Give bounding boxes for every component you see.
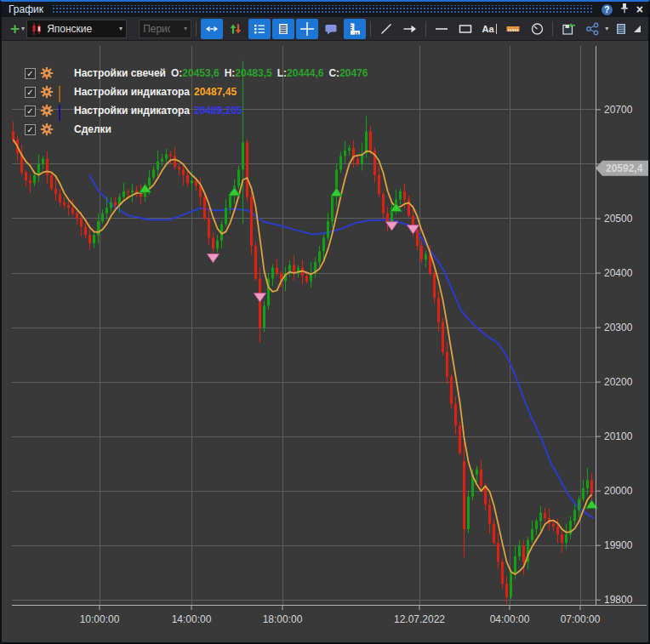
separator bbox=[552, 21, 553, 37]
crosshair-icon bbox=[299, 21, 315, 37]
indicator-slow-label: Настройки индикатора20489,205 bbox=[74, 105, 242, 117]
ma-slow-line bbox=[89, 174, 594, 518]
svg-text:10:00:00: 10:00:00 bbox=[80, 613, 120, 625]
svg-text:20500: 20500 bbox=[604, 213, 633, 225]
chart-type-value: Японские bbox=[47, 23, 115, 35]
candles bbox=[12, 60, 593, 603]
svg-text:20400: 20400 bbox=[604, 267, 633, 279]
share-button[interactable] bbox=[581, 19, 603, 39]
text-tool-icon: Aa bbox=[482, 24, 497, 34]
indicator-fast-label: Настройки индикатора20487,45 bbox=[74, 86, 237, 98]
hline-tool-button[interactable] bbox=[430, 19, 453, 39]
blue-swatch bbox=[59, 105, 60, 121]
bullet-list-icon bbox=[253, 22, 266, 36]
period-select[interactable]: Период ▾ bbox=[139, 20, 191, 38]
svg-text:18:00:00: 18:00:00 bbox=[263, 613, 303, 625]
legend-toggle-button[interactable] bbox=[248, 19, 271, 39]
svg-text:20700: 20700 bbox=[604, 104, 633, 116]
titlebar[interactable]: График ? × bbox=[2, 2, 648, 17]
chart-type-select[interactable]: Японские ▾ bbox=[26, 20, 127, 38]
svg-text:20000: 20000 bbox=[604, 485, 633, 497]
svg-text:20100: 20100 bbox=[604, 430, 633, 442]
legend-row-indicator-fast: ✓ Настройки индикатора20487,45 bbox=[25, 83, 368, 101]
document-icon bbox=[277, 22, 290, 36]
close-icon[interactable]: × bbox=[636, 4, 643, 15]
snapshot-button[interactable] bbox=[557, 19, 579, 39]
gauge-tool-button[interactable] bbox=[526, 19, 548, 39]
svg-text:19800: 19800 bbox=[604, 594, 633, 606]
svg-text:04:00:00: 04:00:00 bbox=[490, 613, 530, 625]
orange-swatch bbox=[59, 86, 60, 102]
legend-row-candles: ✓ Настройки свечейO:20453,6H:20483,5L:20… bbox=[25, 64, 368, 83]
chart-window: График ? × + ▾ Японские ▾ Период ▾ bbox=[0, 0, 650, 644]
separator bbox=[425, 21, 426, 37]
share-chevron-icon[interactable]: ▾ bbox=[605, 25, 608, 32]
rectangle-icon bbox=[458, 22, 473, 36]
sell-marker[interactable] bbox=[208, 254, 220, 263]
text-tool-button[interactable]: Aa bbox=[478, 19, 500, 39]
report-button[interactable] bbox=[610, 19, 632, 39]
fit-width-icon bbox=[205, 22, 219, 36]
separator bbox=[196, 21, 197, 37]
indicator-fast-checkbox[interactable]: ✓ bbox=[25, 87, 36, 98]
window-title: График bbox=[9, 2, 43, 17]
candles-checkbox[interactable]: ✓ bbox=[25, 68, 36, 79]
svg-text:20300: 20300 bbox=[604, 322, 633, 333]
chevron-down-icon: ▾ bbox=[184, 25, 187, 32]
toolbar: + ▾ Японские ▾ Период ▾ bbox=[2, 17, 648, 41]
candles-legend-label: Настройки свечейO:20453,6H:20483,5L:2044… bbox=[74, 67, 368, 79]
gauge-icon bbox=[530, 22, 545, 36]
svg-text:12.07.2022: 12.07.2022 bbox=[394, 613, 445, 625]
trades-legend-label: Сделки bbox=[74, 123, 111, 135]
save-import-icon bbox=[562, 22, 576, 36]
horizontal-line-icon bbox=[434, 22, 449, 36]
ruler-icon bbox=[505, 22, 521, 36]
up-down-arrows-icon bbox=[229, 22, 242, 36]
chevron-down-icon: ▾ bbox=[21, 25, 25, 32]
toolbar-overflow-button[interactable] bbox=[634, 26, 641, 32]
separator bbox=[370, 21, 371, 37]
report-doc-icon bbox=[614, 22, 628, 36]
candlestick-icon bbox=[31, 22, 43, 36]
plus-icon: + bbox=[10, 20, 20, 37]
help-icon[interactable]: ? bbox=[602, 4, 613, 15]
gear-icon[interactable] bbox=[40, 104, 54, 117]
line-icon bbox=[379, 22, 393, 36]
chart-legend: ✓ Настройки свечейO:20453,6H:20483,5L:20… bbox=[25, 64, 368, 139]
add-indicator-button[interactable]: + ▾ bbox=[10, 19, 25, 39]
measure-tool-button[interactable] bbox=[502, 19, 524, 39]
share-icon bbox=[585, 22, 600, 36]
svg-text:07:00:00: 07:00:00 bbox=[561, 613, 601, 625]
gear-icon[interactable] bbox=[40, 85, 54, 99]
trades-checkbox[interactable]: ✓ bbox=[25, 124, 36, 135]
trendline-tool-button[interactable] bbox=[375, 19, 397, 39]
buy-marker[interactable] bbox=[331, 188, 343, 197]
legend-row-indicator-slow: ✓ Настройки индикатора20489,205 bbox=[25, 101, 368, 120]
auto-scale-button[interactable] bbox=[225, 19, 247, 39]
svg-text:14:00:00: 14:00:00 bbox=[172, 613, 212, 625]
price-chart[interactable]: 2070020500204002030020200201002000019900… bbox=[2, 41, 648, 642]
price-marker-tag: 20592,4 bbox=[596, 161, 648, 176]
legend-row-trades: ✓ Сделки bbox=[25, 120, 368, 139]
titlebar-texture bbox=[52, 5, 593, 14]
gear-icon[interactable] bbox=[40, 123, 54, 136]
svg-text:20200: 20200 bbox=[604, 376, 633, 388]
period-value: Период bbox=[143, 23, 170, 35]
crosshair-button[interactable] bbox=[296, 19, 318, 39]
speech-bubble-icon bbox=[324, 22, 338, 36]
arrow-tool-button[interactable] bbox=[399, 19, 421, 39]
gear-icon[interactable] bbox=[40, 66, 54, 80]
data-window-button[interactable] bbox=[272, 19, 294, 39]
arrow-right-icon bbox=[402, 22, 418, 36]
comment-button[interactable] bbox=[320, 19, 342, 39]
ruler-corner-icon bbox=[348, 22, 362, 36]
chevron-down-icon: ▾ bbox=[119, 25, 123, 32]
fit-width-button[interactable] bbox=[201, 19, 223, 39]
rectangle-tool-button[interactable] bbox=[454, 19, 476, 39]
measure-panel-button[interactable] bbox=[344, 19, 366, 39]
svg-text:19900: 19900 bbox=[604, 539, 633, 551]
pin-icon[interactable] bbox=[619, 2, 630, 17]
indicator-slow-checkbox[interactable]: ✓ bbox=[25, 105, 36, 117]
svg-text:20592,4: 20592,4 bbox=[606, 162, 643, 174]
sell-marker[interactable] bbox=[254, 294, 266, 302]
